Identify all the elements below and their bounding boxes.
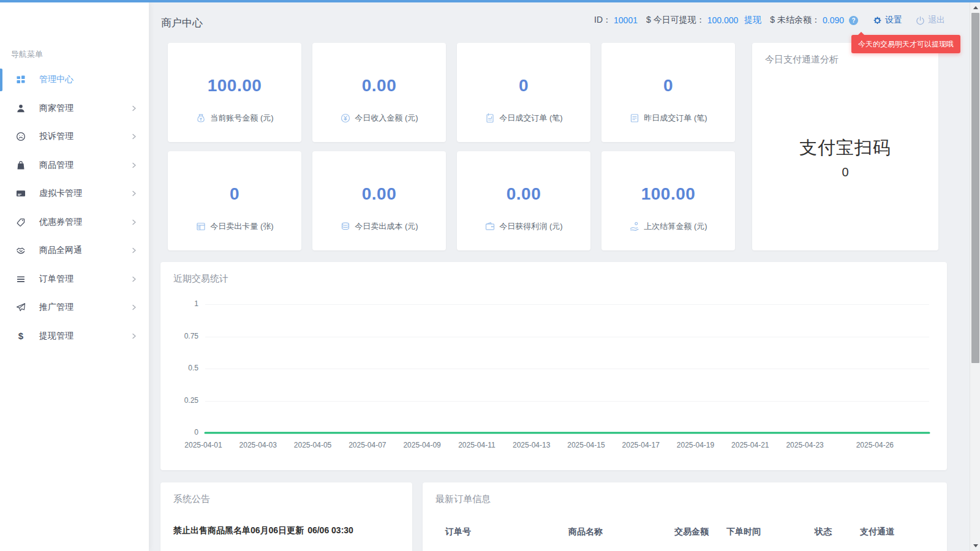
sidebar-item-coupon[interactable]: 优惠券管理 — [0, 208, 149, 237]
panel-title: 今日支付通道分析 — [765, 54, 839, 66]
stat-card-today-orders: 0 今日成交订单 (笔) — [457, 43, 590, 142]
gear-icon — [873, 16, 882, 25]
sidebar-item-manage-center[interactable]: 管理中心 — [0, 66, 149, 94]
chevron-right-icon — [130, 304, 138, 311]
scroll-up-button[interactable] — [970, 2, 980, 13]
orders-col-amount: 交易金额 — [674, 527, 709, 538]
vertical-scrollbar — [970, 2, 980, 551]
stat-card-today-profit: 0.00 今日获得利润 (元) — [457, 151, 590, 250]
channel-name: 支付宝扫码 — [752, 136, 938, 160]
merchant-id-label: ID： — [594, 15, 611, 26]
stat-label-row: 昨日成交订单 (笔) — [629, 113, 707, 124]
sidebar-item-product[interactable]: 商品管理 — [0, 151, 149, 180]
orders-col-status: 状态 — [815, 527, 832, 538]
sidebar-item-label: 商品全网通 — [39, 245, 82, 256]
withdrawable-label: $ 今日可提现： — [646, 15, 705, 26]
sidebar-item-label: 商品管理 — [39, 160, 74, 171]
withdrawable-today: $ 今日可提现： 100.000 提现 — [646, 15, 761, 26]
stat-label-row: 上次结算金额 (元) — [629, 221, 707, 232]
sidebar-item-label: 投诉管理 — [39, 131, 74, 142]
sidebar-item-order[interactable]: 订单管理 — [0, 265, 149, 294]
payment-channel-panel: 今日支付通道分析 支付宝扫码 0 — [752, 43, 938, 250]
stat-label: 今日获得利润 (元) — [499, 221, 562, 232]
chevron-right-icon — [130, 105, 138, 112]
clipboard-icon — [484, 113, 496, 124]
latest-orders-panel: 最新订单信息 订单号 商品名称 交易金额 下单时间 状态 支付通道 — [423, 482, 947, 551]
coins-icon — [340, 221, 351, 232]
yen-coin-icon — [340, 113, 351, 124]
stat-label-row: 今日成交订单 (笔) — [484, 113, 562, 124]
withdraw-link[interactable]: 提现 — [744, 15, 761, 26]
unsettled-value: 0.090 — [823, 15, 844, 25]
stat-card-last-settlement: 100.00 上次结算金额 (元) — [601, 151, 735, 250]
stat-card-current-balance: 100.00 当前账号金额 (元) — [168, 43, 301, 142]
scrollbar-thumb[interactable] — [971, 13, 979, 363]
stat-label-row: 今日获得利润 (元) — [484, 221, 562, 232]
orders-col-order-no: 订单号 — [445, 527, 471, 538]
chevron-right-icon — [130, 332, 138, 340]
unsettled-label: $ 未结余额： — [770, 15, 820, 26]
help-icon[interactable]: ? — [849, 16, 858, 25]
panel-title: 最新订单信息 — [435, 493, 491, 505]
stat-label-row: 今日卖出卡量 (张) — [195, 221, 273, 232]
channel-summary: 支付宝扫码 0 — [752, 136, 938, 179]
hand-person-icon — [629, 221, 640, 232]
stat-value: 100.00 — [641, 184, 696, 204]
announcement-item[interactable]: 禁止出售商品黑名单06月06日更新06/06 03:30 — [173, 525, 353, 536]
list-icon — [16, 274, 26, 284]
sidebar-item-virtual-card[interactable]: 虚拟卡管理 — [0, 179, 149, 208]
stat-label: 当前账号金额 (元) — [210, 113, 273, 124]
nav-section-label: 导航菜单 — [11, 49, 43, 60]
money-bag-icon — [195, 113, 206, 124]
stat-value: 0 — [663, 76, 673, 96]
stat-value: 100.00 — [208, 76, 262, 96]
chevron-right-icon — [130, 190, 138, 197]
merchant-id-value: 10001 — [614, 15, 638, 25]
sidebar-item-label: 管理中心 — [39, 74, 74, 85]
orders-col-product: 商品名称 — [568, 527, 603, 538]
orders-col-order-time: 下单时间 — [726, 527, 761, 538]
scroll-down-button[interactable] — [970, 541, 980, 551]
sidebar-item-label: 订单管理 — [39, 274, 74, 285]
chevron-right-icon — [130, 162, 138, 169]
document-icon — [629, 113, 640, 124]
header-right: ID： 10001 $ 今日可提现： 100.000 提现 $ 未结余额： 0.… — [594, 2, 945, 38]
stat-value: 0 — [519, 76, 529, 96]
stat-card-yesterday-orders: 0 昨日成交订单 (笔) — [601, 43, 735, 142]
chevron-right-icon — [130, 219, 138, 226]
stat-label: 今日卖出卡量 (张) — [210, 221, 273, 232]
stat-label: 昨日成交订单 (笔) — [644, 113, 707, 124]
sidebar-item-product-network[interactable]: 商品全网通 — [0, 236, 149, 265]
stat-label: 上次结算金额 (元) — [644, 221, 707, 232]
stat-label-row: 今日卖出成本 (元) — [340, 221, 418, 232]
settings-button[interactable]: 设置 — [873, 15, 902, 26]
stat-value: 0.00 — [362, 184, 397, 204]
transactions-chart-panel: 近期交易统计 00.250.50.7512025-04-012025-04-03… — [160, 262, 947, 470]
sidebar-item-complaint[interactable]: 投诉管理 — [0, 122, 149, 151]
wallet-icon — [484, 221, 496, 232]
unsettled-balance: $ 未结余额： 0.090 ? — [770, 15, 858, 26]
chart-plot: 00.250.50.7512025-04-012025-04-032025-04… — [160, 262, 947, 470]
power-icon — [916, 16, 925, 25]
stat-label: 今日卖出成本 (元) — [355, 221, 418, 232]
sidebar-item-withdraw[interactable]: $ 提现管理 — [0, 322, 149, 351]
sidebar-item-label: 推广管理 — [39, 302, 74, 313]
logout-button[interactable]: 退出 — [916, 15, 945, 26]
stat-label: 今日成交订单 (笔) — [499, 113, 562, 124]
sidebar-item-label: 虚拟卡管理 — [39, 188, 82, 199]
settings-label: 设置 — [885, 15, 902, 26]
stat-value: 0 — [230, 184, 239, 204]
sidebar-item-promotion[interactable]: 推广管理 — [0, 293, 149, 322]
sidebar-item-label: 商家管理 — [39, 103, 74, 114]
sidebar-item-merchant[interactable]: 商家管理 — [0, 94, 149, 123]
chevron-right-icon — [130, 133, 138, 140]
page-header: 商户中心 ID： 10001 $ 今日可提现： 100.000 提现 $ 未结余… — [149, 2, 970, 38]
chevron-right-icon — [130, 247, 138, 254]
stat-card-today-income: 0.00 今日收入金额 (元) — [312, 43, 446, 142]
bag-icon — [16, 160, 26, 170]
channel-value: 0 — [752, 165, 938, 179]
stats-grid: 100.00 当前账号金额 (元) 0.00 今日收入金额 (元) 0 今日成交… — [168, 43, 735, 250]
sidebar-item-label: 优惠券管理 — [39, 217, 82, 228]
orders-col-channel: 支付通道 — [860, 527, 894, 538]
handshake-icon — [16, 246, 26, 255]
